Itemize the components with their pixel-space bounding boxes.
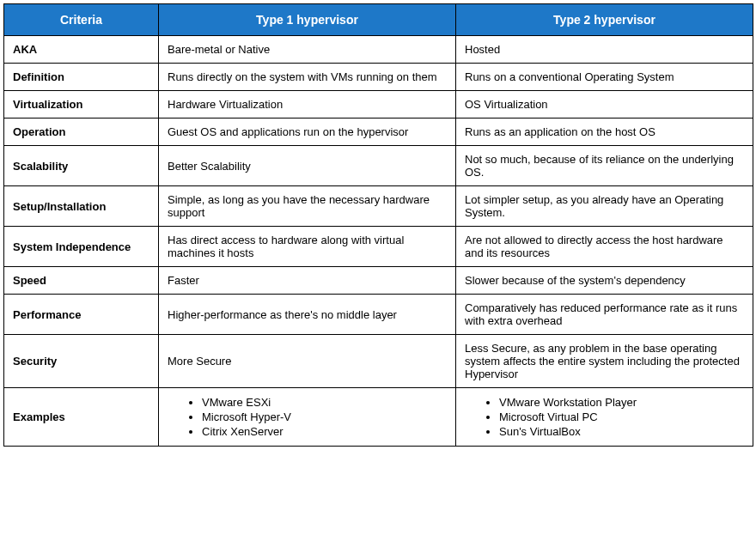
type2-cell: Runs as an application on the host OS (456, 119, 753, 146)
example-list: VMware Workstation PlayerMicrosoft Virtu… (465, 395, 744, 439)
type2-cell: Comparatively has reduced performance ra… (456, 295, 753, 335)
example-list: VMware ESXiMicrosoft Hyper-VCitrix XenSe… (168, 395, 447, 439)
criteria-cell: Virtualization (4, 91, 159, 119)
table-row: SecurityMore SecureLess Secure, as any p… (4, 335, 753, 388)
header-type2: Type 2 hypervisor (456, 4, 753, 36)
hypervisor-comparison-table: Criteria Type 1 hypervisor Type 2 hyperv… (3, 3, 753, 447)
type1-cell: Simple, as long as you have the necessar… (159, 186, 456, 227)
type1-cell: Runs directly on the system with VMs run… (159, 64, 456, 91)
criteria-cell: Performance (4, 295, 159, 335)
criteria-cell: Security (4, 335, 159, 388)
list-item: VMware ESXi (202, 395, 447, 410)
criteria-cell: System Independence (4, 227, 159, 267)
criteria-cell: Examples (4, 388, 159, 447)
type2-cell: Are not allowed to directly access the h… (456, 227, 753, 267)
table-row: VirtualizationHardware VirtualizationOS … (4, 91, 753, 119)
table-row-examples: ExamplesVMware ESXiMicrosoft Hyper-VCitr… (4, 388, 753, 447)
table-row: AKABare-metal or NativeHosted (4, 36, 753, 64)
criteria-cell: Scalability (4, 146, 159, 186)
table-row: SpeedFasterSlower because of the system'… (4, 267, 753, 295)
type1-cell: Guest OS and applications run on the hyp… (159, 119, 456, 146)
criteria-cell: Definition (4, 64, 159, 91)
list-item: VMware Workstation Player (499, 395, 744, 410)
list-item: Microsoft Virtual PC (499, 410, 744, 424)
table-header-row: Criteria Type 1 hypervisor Type 2 hyperv… (4, 4, 753, 36)
table-row: OperationGuest OS and applications run o… (4, 119, 753, 146)
type1-cell: More Secure (159, 335, 456, 388)
type2-cell: Slower because of the system's dependenc… (456, 267, 753, 295)
list-item: Sun's VirtualBox (499, 424, 744, 439)
table-row: ScalabilityBetter ScalabilityNot so much… (4, 146, 753, 186)
table-row: DefinitionRuns directly on the system wi… (4, 64, 753, 91)
criteria-cell: AKA (4, 36, 159, 64)
criteria-cell: Operation (4, 119, 159, 146)
type2-cell: Hosted (456, 36, 753, 64)
type1-cell: Bare-metal or Native (159, 36, 456, 64)
header-criteria: Criteria (4, 4, 159, 36)
type2-cell: Lot simpler setup, as you already have a… (456, 186, 753, 227)
type2-cell: Less Secure, as any problem in the base … (456, 335, 753, 388)
table-row: System IndependenceHas direct access to … (4, 227, 753, 267)
type1-cell: Better Scalability (159, 146, 456, 186)
type1-examples-cell: VMware ESXiMicrosoft Hyper-VCitrix XenSe… (159, 388, 456, 447)
type2-cell: Not so much, because of its reliance on … (456, 146, 753, 186)
type1-cell: Hardware Virtualization (159, 91, 456, 119)
table-row: PerformanceHigher-performance as there's… (4, 295, 753, 335)
list-item: Microsoft Hyper-V (202, 410, 447, 424)
criteria-cell: Setup/Installation (4, 186, 159, 227)
type1-cell: Faster (159, 267, 456, 295)
criteria-cell: Speed (4, 267, 159, 295)
type2-cell: Runs on a conventional Operating System (456, 64, 753, 91)
type2-cell: OS Virtualization (456, 91, 753, 119)
type1-cell: Has direct access to hardware along with… (159, 227, 456, 267)
type1-cell: Higher-performance as there's no middle … (159, 295, 456, 335)
header-type1: Type 1 hypervisor (159, 4, 456, 36)
table-body: AKABare-metal or NativeHostedDefinitionR… (4, 36, 753, 447)
type2-examples-cell: VMware Workstation PlayerMicrosoft Virtu… (456, 388, 753, 447)
list-item: Citrix XenServer (202, 424, 447, 439)
table-row: Setup/InstallationSimple, as long as you… (4, 186, 753, 227)
